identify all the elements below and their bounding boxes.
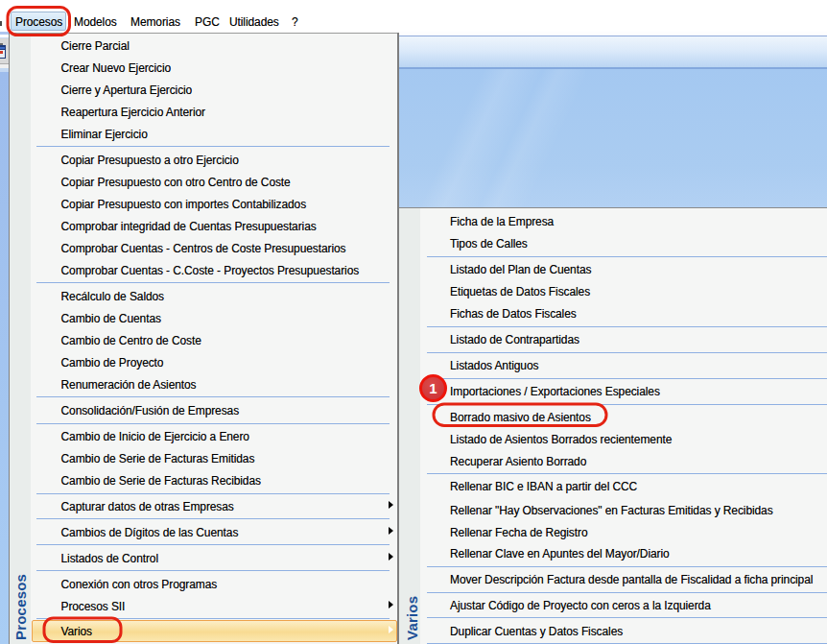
svg-text:1: 1 (429, 380, 437, 396)
